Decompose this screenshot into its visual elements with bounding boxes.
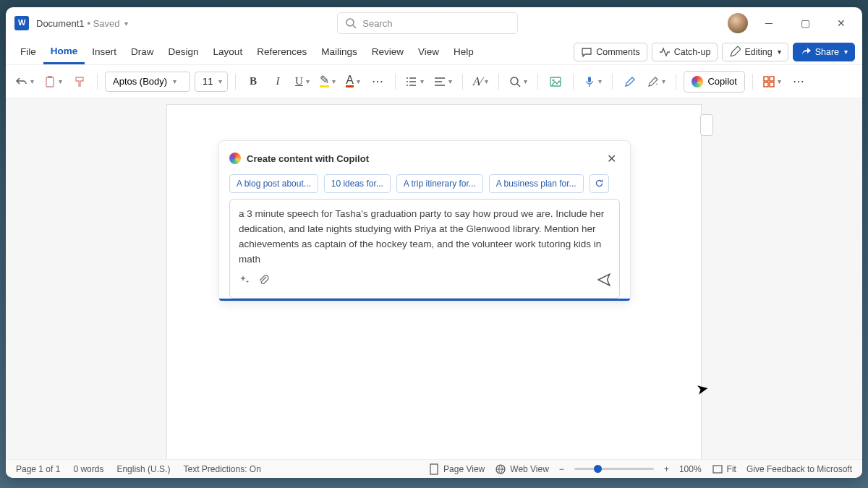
clipboard-icon (44, 76, 56, 87)
zoom-in-button[interactable]: + (664, 464, 669, 474)
format-painter-button[interactable] (69, 71, 90, 93)
svg-rect-19 (770, 77, 774, 81)
maximize-button[interactable]: ▢ (790, 12, 820, 34)
menu-design[interactable]: Design (161, 39, 206, 64)
editing-mode-button[interactable]: Editing ▾ (722, 43, 788, 61)
dictate-button[interactable]: ▾ (581, 71, 605, 93)
font-name-value: Aptos (Body) (113, 76, 167, 87)
sidebar-handle[interactable] (700, 114, 713, 136)
fit-icon (712, 463, 723, 475)
svg-rect-21 (770, 82, 774, 87)
close-window-button[interactable]: ✕ (826, 12, 856, 34)
attach-icon[interactable] (258, 274, 269, 286)
copilot-input-box[interactable]: a 3 minute speech for Tasha's graduation… (229, 199, 620, 299)
copilot-prompt-text[interactable]: a 3 minute speech for Tasha's graduation… (239, 207, 610, 267)
copilot-accent-bar (219, 299, 630, 301)
feedback-link[interactable]: Give Feedback to Microsoft (746, 464, 852, 474)
activity-icon (659, 46, 671, 58)
slider-thumb[interactable] (594, 465, 602, 473)
language-indicator[interactable]: English (U.S.) (116, 464, 170, 474)
chevron-down-icon: ▾ (448, 77, 452, 85)
prompt-chip[interactable]: A blog post about... (229, 174, 318, 193)
bullets-button[interactable]: ▾ (403, 71, 427, 93)
chevron-down-icon: ▾ (485, 77, 488, 85)
copilot-button[interactable]: Copilot (684, 71, 744, 93)
media-button[interactable] (545, 71, 566, 93)
chevron-down-icon: ▾ (30, 77, 34, 85)
highlight-button[interactable]: ✎▾ (317, 71, 339, 93)
italic-button[interactable]: I (268, 71, 288, 93)
share-button[interactable]: Share ▾ (793, 43, 855, 61)
zoom-out-button[interactable]: − (559, 464, 564, 474)
find-button[interactable]: ▾ (506, 71, 530, 93)
zoom-level[interactable]: 100% (679, 464, 702, 474)
comments-button[interactable]: Comments (574, 43, 647, 61)
prompt-chip[interactable]: 10 ideas for... (324, 174, 391, 193)
sparkle-icon[interactable] (239, 274, 250, 286)
text-predictions[interactable]: Text Predictions: On (183, 464, 260, 474)
chevron-down-icon: ▾ (332, 77, 336, 85)
bold-button[interactable]: B (243, 71, 263, 93)
menu-file[interactable]: File (13, 39, 43, 64)
send-button[interactable] (597, 273, 610, 286)
refresh-chips-button[interactable] (590, 174, 609, 193)
separator (676, 74, 676, 90)
underline-button[interactable]: U▾ (292, 71, 312, 93)
prompt-chip[interactable]: A trip itinerary for... (396, 174, 483, 193)
paste-button[interactable]: ▾ (41, 71, 65, 93)
font-size-select[interactable]: 11 ▾ (195, 72, 228, 92)
page-indicator[interactable]: Page 1 of 1 (16, 464, 60, 474)
chevron-down-icon: ▾ (306, 77, 310, 85)
document-status: • Saved (87, 18, 119, 29)
svg-point-8 (407, 85, 408, 86)
menu-review[interactable]: Review (365, 39, 411, 64)
grid-button[interactable]: ▾ (760, 71, 784, 93)
list-icon (406, 76, 417, 87)
font-name-select[interactable]: Aptos (Body) ▾ (105, 72, 190, 92)
menu-insert[interactable]: Insert (85, 39, 124, 64)
font-color-button[interactable]: A▾ (343, 71, 363, 93)
fit-button[interactable]: Fit (712, 463, 736, 475)
menu-view[interactable]: View (411, 39, 446, 64)
microphone-icon (584, 76, 595, 87)
document-title[interactable]: Document1 • Saved ▾ (36, 18, 128, 29)
catchup-button[interactable]: Catch-up (652, 43, 718, 61)
align-icon (434, 76, 446, 87)
menu-help[interactable]: Help (446, 39, 481, 64)
copilot-icon (692, 76, 703, 87)
document-canvas[interactable]: Create content with Copilot ✕ A blog pos… (6, 98, 862, 459)
align-button[interactable]: ▾ (431, 71, 455, 93)
image-icon (550, 76, 561, 87)
undo-button[interactable]: ▾ (13, 71, 37, 93)
editor-button[interactable] (620, 71, 640, 93)
more-formatting-button[interactable]: ⋯ (367, 71, 388, 93)
menu-home[interactable]: Home (43, 39, 85, 64)
user-avatar[interactable] (728, 13, 748, 33)
search-input[interactable]: Search (337, 12, 518, 34)
pen-icon (624, 76, 636, 87)
globe-icon (495, 463, 506, 475)
chevron-down-icon: ▾ (662, 77, 665, 85)
menu-references[interactable]: References (250, 39, 314, 64)
page-view-button[interactable]: Page View (428, 463, 485, 475)
styles-icon: A⁄ (473, 75, 482, 88)
overflow-button[interactable]: ⋯ (788, 71, 809, 93)
menu-mailings[interactable]: Mailings (314, 39, 365, 64)
ai-pen-button[interactable]: ▾ (644, 71, 668, 93)
styles-button[interactable]: A⁄ ▾ (470, 71, 491, 93)
menu-draw[interactable]: Draw (124, 39, 161, 64)
minimize-button[interactable]: ─ (754, 12, 784, 34)
zoom-slider[interactable] (574, 468, 654, 470)
chevron-down-icon: ▾ (173, 77, 176, 85)
chevron-down-icon: ▾ (778, 77, 781, 85)
copilot-label: Copilot (707, 76, 736, 87)
close-panel-button[interactable]: ✕ (603, 150, 620, 167)
menu-layout[interactable]: Layout (206, 39, 250, 64)
separator (573, 74, 574, 90)
chevron-down-icon: ▾ (524, 77, 527, 85)
svg-rect-18 (764, 77, 768, 81)
prompt-chip[interactable]: A business plan for... (489, 174, 584, 193)
web-view-button[interactable]: Web View (495, 463, 549, 475)
word-count[interactable]: 0 words (73, 464, 103, 474)
chevron-down-icon: ▾ (59, 77, 62, 85)
